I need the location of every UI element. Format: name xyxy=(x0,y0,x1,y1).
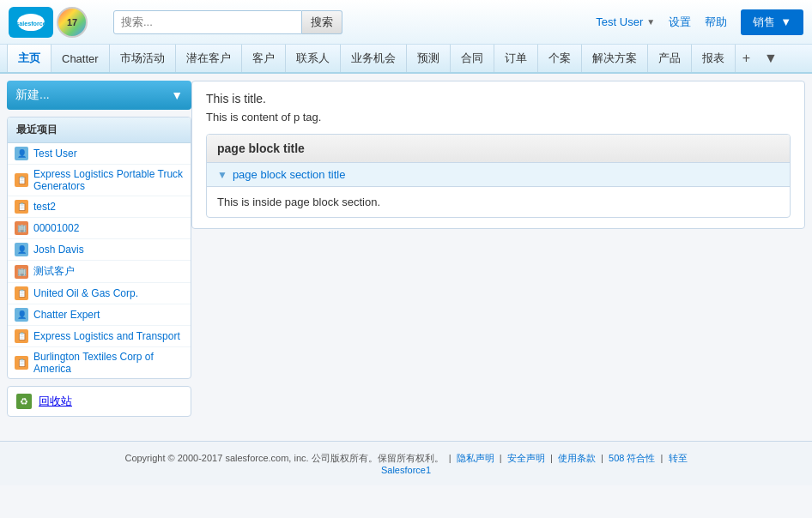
search-area: 搜索 xyxy=(113,10,371,34)
case-icon: 📋 xyxy=(15,286,28,300)
user-icon: 👤 xyxy=(15,308,28,322)
content-area: This is title. This is content of p tag.… xyxy=(191,81,805,229)
security-link[interactable]: 安全声明 xyxy=(507,453,545,463)
help-link[interactable]: 帮助 xyxy=(705,15,727,30)
search-input[interactable] xyxy=(113,10,302,34)
list-item[interactable]: 📋 Express Logistics Portable Truck Gener… xyxy=(8,165,191,196)
recycle-bin-item[interactable]: ♻ 回收站 xyxy=(8,387,191,416)
page-block-title: page block title xyxy=(207,135,790,163)
nav-chevron-icon[interactable]: ▼ xyxy=(757,45,785,72)
list-item[interactable]: 👤 Josh Davis xyxy=(8,239,191,261)
sales-button[interactable]: 销售 ▼ xyxy=(741,9,803,35)
nav-item-solutions[interactable]: 解决方案 xyxy=(582,45,648,72)
section-title: page block section title xyxy=(233,168,346,181)
footer: Copyright © 2000-2017 salesforce.com, in… xyxy=(0,441,812,485)
search-button[interactable]: 搜索 xyxy=(302,10,342,34)
nav-item-orders[interactable]: 订单 xyxy=(494,45,538,72)
page-block-section-header: ▼ page block section title xyxy=(207,163,790,187)
nav-item-products[interactable]: 产品 xyxy=(648,45,692,72)
section-chevron-icon: ▼ xyxy=(217,169,227,181)
nav-item-chatter[interactable]: Chatter xyxy=(52,45,110,72)
svg-text:salesforce: salesforce xyxy=(15,19,46,27)
list-item[interactable]: 🏢 测试客户 xyxy=(8,261,191,283)
recent-link[interactable]: United Oil & Gas Corp. xyxy=(33,287,138,299)
recent-link[interactable]: test2 xyxy=(33,201,56,213)
list-item[interactable]: 🏢 00001002 xyxy=(8,218,191,239)
case-icon: 📋 xyxy=(15,173,28,187)
list-item[interactable]: 📋 Burlington Textiles Corp of America xyxy=(8,347,191,378)
case-icon: 📋 xyxy=(15,356,28,370)
create-chevron-icon: ▼ xyxy=(171,88,183,102)
create-button-label: 新建... xyxy=(15,87,50,103)
recent-link[interactable]: 00001002 xyxy=(33,222,79,234)
page-block: page block title ▼ page block section ti… xyxy=(206,134,791,218)
list-item[interactable]: 📋 test2 xyxy=(8,196,191,218)
recycle-bin-link[interactable]: 回收站 xyxy=(39,394,72,409)
nav-item-forecast[interactable]: 预测 xyxy=(407,45,451,72)
salesforce-logo: salesforce xyxy=(9,7,53,38)
recent-link[interactable]: Burlington Textiles Corp of America xyxy=(33,351,184,375)
recent-link[interactable]: Express Logistics and Transport xyxy=(33,330,180,342)
nav-item-accounts[interactable]: 客户 xyxy=(242,45,286,72)
settings-link[interactable]: 设置 xyxy=(669,15,691,30)
header-right: Test User ▼ 设置 帮助 销售 ▼ xyxy=(596,9,803,35)
recent-link[interactable]: Chatter Expert xyxy=(33,309,100,321)
list-item[interactable]: 👤 Chatter Expert xyxy=(8,304,191,326)
user-chevron-icon: ▼ xyxy=(646,17,655,27)
nav-more-button[interactable]: + xyxy=(736,45,757,72)
recent-link[interactable]: Express Logistics Portable Truck Generat… xyxy=(33,168,184,192)
user-dropdown[interactable]: Test User ▼ xyxy=(596,15,655,28)
list-item[interactable]: 📋 United Oil & Gas Corp. xyxy=(8,283,191,304)
user-label: Test User xyxy=(596,15,643,28)
recent-link[interactable]: Test User xyxy=(33,148,77,160)
nav-item-reports[interactable]: 报表 xyxy=(692,45,736,72)
nav-item-home[interactable]: 主页 xyxy=(7,45,52,72)
accessibility-link[interactable]: 508 符合性 xyxy=(609,453,655,463)
recent-section-header: 最近项目 xyxy=(8,117,191,143)
nav-item-cases[interactable]: 个案 xyxy=(538,45,582,72)
nav-item-opportunities[interactable]: 业务机会 xyxy=(341,45,407,72)
case-icon: 📋 xyxy=(15,329,28,343)
sales-chevron-icon: ▼ xyxy=(780,15,791,28)
content-paragraph: This is content of p tag. xyxy=(206,111,791,123)
nav-item-contracts[interactable]: 合同 xyxy=(451,45,494,72)
recycle-bin-icon: ♻ xyxy=(16,394,32,409)
recycle-section: ♻ 回收站 xyxy=(7,386,191,417)
privacy-link[interactable]: 隐私声明 xyxy=(457,453,494,463)
list-item[interactable]: 👤 Test User xyxy=(8,143,191,165)
user-icon: 👤 xyxy=(15,147,28,160)
main-content: 新建... ▼ 最近项目 👤 Test User 📋 Express Logis… xyxy=(0,74,812,424)
list-item[interactable]: 📋 Express Logistics and Transport xyxy=(8,326,191,347)
create-button[interactable]: 新建... ▼ xyxy=(7,81,191,110)
nav-item-leads[interactable]: 潜在客户 xyxy=(176,45,242,72)
recent-link-josh-davis[interactable]: Josh Davis xyxy=(33,244,84,256)
account-icon: 🏢 xyxy=(15,265,28,279)
nav-item-market[interactable]: 市场活动 xyxy=(110,45,176,72)
account-icon: 🏢 xyxy=(15,221,28,235)
recent-link[interactable]: 测试客户 xyxy=(33,264,75,279)
logo-area: salesforce 17 xyxy=(9,7,88,38)
recent-section: 最近项目 👤 Test User 📋 Express Logistics Por… xyxy=(7,117,191,379)
page-block-section-content: This is inside page block section. xyxy=(207,187,790,217)
rainbow-badge: 17 xyxy=(57,7,88,38)
contact-icon: 👤 xyxy=(15,243,28,256)
navbar: 主页 Chatter 市场活动 潜在客户 客户 联系人 业务机会 预测 合同 订… xyxy=(0,45,812,74)
nav-item-contacts[interactable]: 联系人 xyxy=(286,45,341,72)
copyright-text: Copyright © 2000-2017 salesforce.com, in… xyxy=(124,453,443,463)
terms-link[interactable]: 使用条款 xyxy=(558,453,596,463)
case-icon: 📋 xyxy=(15,200,28,214)
sidebar: 新建... ▼ 最近项目 👤 Test User 📋 Express Logis… xyxy=(7,81,191,417)
content-title: This is title. xyxy=(206,92,791,105)
header: salesforce 17 搜索 Test User ▼ 设置 帮助 销售 ▼ xyxy=(0,0,812,45)
sales-button-label: 销售 xyxy=(753,15,775,30)
